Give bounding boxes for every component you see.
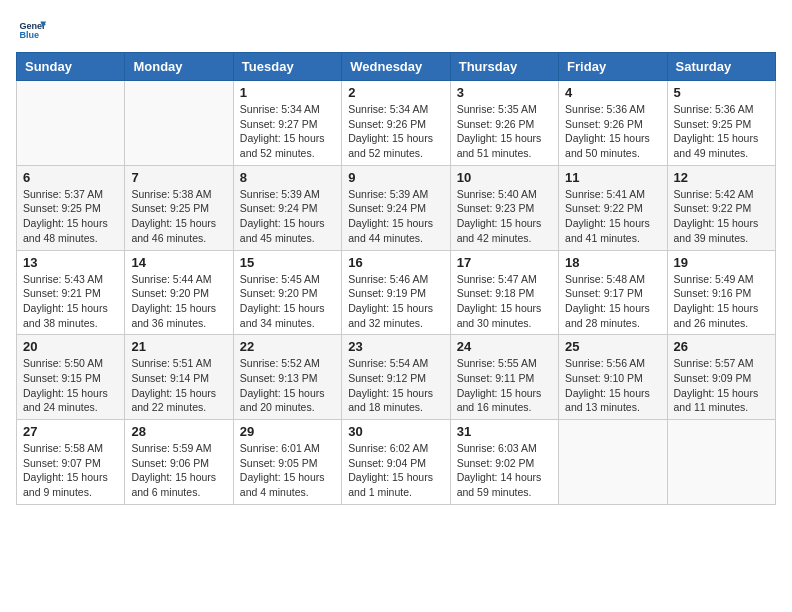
day-number: 22 bbox=[240, 339, 335, 354]
day-cell: 13Sunrise: 5:43 AM Sunset: 9:21 PM Dayli… bbox=[17, 250, 125, 335]
day-number: 9 bbox=[348, 170, 443, 185]
col-header-thursday: Thursday bbox=[450, 53, 558, 81]
col-header-monday: Monday bbox=[125, 53, 233, 81]
day-cell bbox=[559, 420, 667, 505]
day-info: Sunrise: 5:59 AM Sunset: 9:06 PM Dayligh… bbox=[131, 441, 226, 500]
day-number: 21 bbox=[131, 339, 226, 354]
col-header-saturday: Saturday bbox=[667, 53, 775, 81]
day-number: 24 bbox=[457, 339, 552, 354]
week-row-3: 13Sunrise: 5:43 AM Sunset: 9:21 PM Dayli… bbox=[17, 250, 776, 335]
day-number: 17 bbox=[457, 255, 552, 270]
logo-icon: General Blue bbox=[18, 16, 46, 44]
day-number: 10 bbox=[457, 170, 552, 185]
day-cell: 1Sunrise: 5:34 AM Sunset: 9:27 PM Daylig… bbox=[233, 81, 341, 166]
day-info: Sunrise: 5:57 AM Sunset: 9:09 PM Dayligh… bbox=[674, 356, 769, 415]
day-cell: 15Sunrise: 5:45 AM Sunset: 9:20 PM Dayli… bbox=[233, 250, 341, 335]
day-cell: 25Sunrise: 5:56 AM Sunset: 9:10 PM Dayli… bbox=[559, 335, 667, 420]
day-number: 23 bbox=[348, 339, 443, 354]
day-info: Sunrise: 5:58 AM Sunset: 9:07 PM Dayligh… bbox=[23, 441, 118, 500]
day-number: 13 bbox=[23, 255, 118, 270]
day-number: 31 bbox=[457, 424, 552, 439]
day-cell bbox=[17, 81, 125, 166]
header-row: SundayMondayTuesdayWednesdayThursdayFrid… bbox=[17, 53, 776, 81]
day-cell bbox=[125, 81, 233, 166]
day-cell: 22Sunrise: 5:52 AM Sunset: 9:13 PM Dayli… bbox=[233, 335, 341, 420]
day-cell: 26Sunrise: 5:57 AM Sunset: 9:09 PM Dayli… bbox=[667, 335, 775, 420]
day-info: Sunrise: 5:56 AM Sunset: 9:10 PM Dayligh… bbox=[565, 356, 660, 415]
day-cell: 17Sunrise: 5:47 AM Sunset: 9:18 PM Dayli… bbox=[450, 250, 558, 335]
day-cell: 3Sunrise: 5:35 AM Sunset: 9:26 PM Daylig… bbox=[450, 81, 558, 166]
day-number: 20 bbox=[23, 339, 118, 354]
day-info: Sunrise: 6:01 AM Sunset: 9:05 PM Dayligh… bbox=[240, 441, 335, 500]
day-info: Sunrise: 5:42 AM Sunset: 9:22 PM Dayligh… bbox=[674, 187, 769, 246]
day-number: 15 bbox=[240, 255, 335, 270]
day-number: 19 bbox=[674, 255, 769, 270]
week-row-1: 1Sunrise: 5:34 AM Sunset: 9:27 PM Daylig… bbox=[17, 81, 776, 166]
day-number: 5 bbox=[674, 85, 769, 100]
day-info: Sunrise: 6:03 AM Sunset: 9:02 PM Dayligh… bbox=[457, 441, 552, 500]
week-row-2: 6Sunrise: 5:37 AM Sunset: 9:25 PM Daylig… bbox=[17, 165, 776, 250]
col-header-sunday: Sunday bbox=[17, 53, 125, 81]
day-info: Sunrise: 5:50 AM Sunset: 9:15 PM Dayligh… bbox=[23, 356, 118, 415]
day-cell: 27Sunrise: 5:58 AM Sunset: 9:07 PM Dayli… bbox=[17, 420, 125, 505]
week-row-4: 20Sunrise: 5:50 AM Sunset: 9:15 PM Dayli… bbox=[17, 335, 776, 420]
day-number: 12 bbox=[674, 170, 769, 185]
day-cell: 30Sunrise: 6:02 AM Sunset: 9:04 PM Dayli… bbox=[342, 420, 450, 505]
day-info: Sunrise: 5:48 AM Sunset: 9:17 PM Dayligh… bbox=[565, 272, 660, 331]
day-info: Sunrise: 5:40 AM Sunset: 9:23 PM Dayligh… bbox=[457, 187, 552, 246]
day-info: Sunrise: 5:39 AM Sunset: 9:24 PM Dayligh… bbox=[348, 187, 443, 246]
day-info: Sunrise: 6:02 AM Sunset: 9:04 PM Dayligh… bbox=[348, 441, 443, 500]
day-number: 3 bbox=[457, 85, 552, 100]
day-number: 16 bbox=[348, 255, 443, 270]
day-cell: 19Sunrise: 5:49 AM Sunset: 9:16 PM Dayli… bbox=[667, 250, 775, 335]
day-cell: 4Sunrise: 5:36 AM Sunset: 9:26 PM Daylig… bbox=[559, 81, 667, 166]
day-number: 18 bbox=[565, 255, 660, 270]
day-number: 25 bbox=[565, 339, 660, 354]
day-cell: 29Sunrise: 6:01 AM Sunset: 9:05 PM Dayli… bbox=[233, 420, 341, 505]
day-info: Sunrise: 5:35 AM Sunset: 9:26 PM Dayligh… bbox=[457, 102, 552, 161]
col-header-tuesday: Tuesday bbox=[233, 53, 341, 81]
day-cell: 9Sunrise: 5:39 AM Sunset: 9:24 PM Daylig… bbox=[342, 165, 450, 250]
day-info: Sunrise: 5:34 AM Sunset: 9:27 PM Dayligh… bbox=[240, 102, 335, 161]
day-cell: 5Sunrise: 5:36 AM Sunset: 9:25 PM Daylig… bbox=[667, 81, 775, 166]
day-info: Sunrise: 5:52 AM Sunset: 9:13 PM Dayligh… bbox=[240, 356, 335, 415]
day-info: Sunrise: 5:36 AM Sunset: 9:25 PM Dayligh… bbox=[674, 102, 769, 161]
day-number: 29 bbox=[240, 424, 335, 439]
day-info: Sunrise: 5:45 AM Sunset: 9:20 PM Dayligh… bbox=[240, 272, 335, 331]
day-info: Sunrise: 5:41 AM Sunset: 9:22 PM Dayligh… bbox=[565, 187, 660, 246]
day-number: 26 bbox=[674, 339, 769, 354]
day-cell: 23Sunrise: 5:54 AM Sunset: 9:12 PM Dayli… bbox=[342, 335, 450, 420]
day-cell: 21Sunrise: 5:51 AM Sunset: 9:14 PM Dayli… bbox=[125, 335, 233, 420]
day-cell: 12Sunrise: 5:42 AM Sunset: 9:22 PM Dayli… bbox=[667, 165, 775, 250]
day-cell: 2Sunrise: 5:34 AM Sunset: 9:26 PM Daylig… bbox=[342, 81, 450, 166]
day-info: Sunrise: 5:43 AM Sunset: 9:21 PM Dayligh… bbox=[23, 272, 118, 331]
day-info: Sunrise: 5:46 AM Sunset: 9:19 PM Dayligh… bbox=[348, 272, 443, 331]
day-cell: 6Sunrise: 5:37 AM Sunset: 9:25 PM Daylig… bbox=[17, 165, 125, 250]
day-cell: 28Sunrise: 5:59 AM Sunset: 9:06 PM Dayli… bbox=[125, 420, 233, 505]
week-row-5: 27Sunrise: 5:58 AM Sunset: 9:07 PM Dayli… bbox=[17, 420, 776, 505]
day-info: Sunrise: 5:49 AM Sunset: 9:16 PM Dayligh… bbox=[674, 272, 769, 331]
day-info: Sunrise: 5:47 AM Sunset: 9:18 PM Dayligh… bbox=[457, 272, 552, 331]
calendar: SundayMondayTuesdayWednesdayThursdayFrid… bbox=[16, 52, 776, 505]
day-number: 2 bbox=[348, 85, 443, 100]
day-number: 14 bbox=[131, 255, 226, 270]
day-info: Sunrise: 5:38 AM Sunset: 9:25 PM Dayligh… bbox=[131, 187, 226, 246]
day-cell bbox=[667, 420, 775, 505]
day-cell: 16Sunrise: 5:46 AM Sunset: 9:19 PM Dayli… bbox=[342, 250, 450, 335]
day-cell: 7Sunrise: 5:38 AM Sunset: 9:25 PM Daylig… bbox=[125, 165, 233, 250]
day-info: Sunrise: 5:34 AM Sunset: 9:26 PM Dayligh… bbox=[348, 102, 443, 161]
day-number: 30 bbox=[348, 424, 443, 439]
day-number: 28 bbox=[131, 424, 226, 439]
day-info: Sunrise: 5:51 AM Sunset: 9:14 PM Dayligh… bbox=[131, 356, 226, 415]
day-number: 4 bbox=[565, 85, 660, 100]
day-number: 8 bbox=[240, 170, 335, 185]
col-header-friday: Friday bbox=[559, 53, 667, 81]
day-cell: 11Sunrise: 5:41 AM Sunset: 9:22 PM Dayli… bbox=[559, 165, 667, 250]
day-info: Sunrise: 5:36 AM Sunset: 9:26 PM Dayligh… bbox=[565, 102, 660, 161]
day-info: Sunrise: 5:44 AM Sunset: 9:20 PM Dayligh… bbox=[131, 272, 226, 331]
day-number: 1 bbox=[240, 85, 335, 100]
day-cell: 8Sunrise: 5:39 AM Sunset: 9:24 PM Daylig… bbox=[233, 165, 341, 250]
day-info: Sunrise: 5:55 AM Sunset: 9:11 PM Dayligh… bbox=[457, 356, 552, 415]
day-info: Sunrise: 5:54 AM Sunset: 9:12 PM Dayligh… bbox=[348, 356, 443, 415]
day-number: 7 bbox=[131, 170, 226, 185]
